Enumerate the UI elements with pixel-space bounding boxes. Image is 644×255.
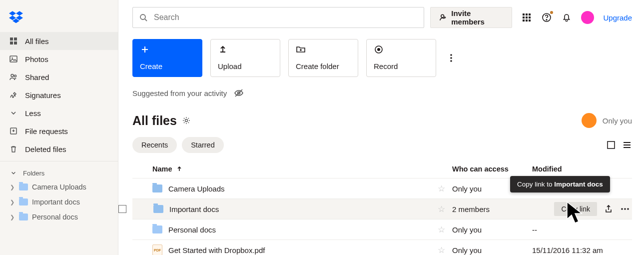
table-row[interactable]: Personal docs ☆ Only you -- — [132, 219, 632, 240]
svg-rect-9 — [529, 14, 531, 16]
star-icon[interactable]: ☆ — [438, 204, 445, 214]
sidebar-item-photos[interactable]: Photos — [0, 50, 118, 68]
svg-rect-8 — [526, 14, 528, 16]
svg-rect-10 — [523, 16, 525, 18]
avatar[interactable] — [581, 11, 594, 24]
card-label: Create — [140, 62, 195, 70]
create-folder-button[interactable]: Create folder — [288, 39, 358, 77]
member-avatar[interactable] — [582, 113, 597, 128]
svg-rect-14 — [526, 20, 528, 22]
svg-point-17 — [547, 20, 548, 20]
signature-icon — [9, 90, 18, 100]
upload-button[interactable]: Upload — [210, 39, 280, 77]
invite-members-button[interactable]: Invite members — [430, 7, 512, 28]
tree-item-important-docs[interactable]: ❯ Important docs — [0, 194, 118, 210]
tree-item-personal-docs[interactable]: ❯ Personal docs — [0, 210, 118, 224]
chevron-right-icon: ❯ — [9, 199, 15, 206]
star-icon[interactable]: ☆ — [438, 245, 445, 256]
svg-point-3 — [14, 75, 16, 77]
folder-icon — [153, 205, 163, 213]
upload-icon — [218, 44, 228, 54]
more-icon[interactable] — [620, 204, 630, 214]
more-actions-button[interactable] — [446, 53, 456, 63]
row-name: Personal docs — [168, 226, 216, 234]
sidebar-item-label: Deleted files — [25, 145, 66, 154]
upgrade-link[interactable]: Upgrade — [603, 14, 632, 22]
folders-heading: Folders — [23, 170, 44, 177]
help-icon[interactable] — [541, 12, 552, 23]
svg-point-27 — [624, 208, 626, 210]
sidebar: All files Photos Shared Signatures Less … — [0, 0, 118, 255]
gear-icon[interactable] — [182, 116, 191, 125]
tree-item-label: Personal docs — [32, 213, 78, 221]
svg-point-1 — [11, 58, 12, 58]
sidebar-folders-toggle[interactable]: Folders — [0, 164, 118, 180]
svg-rect-0 — [10, 56, 17, 62]
star-icon[interactable]: ☆ — [438, 224, 445, 235]
svg-rect-25 — [608, 142, 615, 148]
sidebar-item-deleted[interactable]: Deleted files — [0, 140, 118, 158]
record-button[interactable]: Record — [366, 39, 436, 77]
svg-point-28 — [627, 208, 629, 210]
dropbox-logo[interactable] — [0, 0, 118, 32]
trash-icon — [9, 144, 18, 154]
row-name: Get Started with Dropbox.pdf — [168, 246, 265, 254]
sidebar-item-label: Shared — [25, 73, 49, 82]
cursor-icon — [566, 201, 586, 226]
svg-point-22 — [450, 60, 452, 62]
pill-recents[interactable]: Recents — [132, 137, 177, 153]
sidebar-item-label: Photos — [25, 55, 48, 64]
search-field[interactable] — [153, 12, 418, 22]
row-modified: -- — [532, 226, 632, 234]
apps-grid-icon[interactable] — [521, 12, 532, 23]
filter-row: Recents Starred — [132, 137, 632, 153]
create-button[interactable]: Create — [132, 39, 202, 77]
row-name: Important docs — [169, 205, 219, 214]
folder-icon — [19, 214, 28, 220]
svg-rect-12 — [529, 16, 531, 18]
sidebar-item-file-requests[interactable]: File requests — [0, 122, 118, 140]
tooltip: Copy link to Important docs — [510, 176, 610, 192]
chevron-right-icon: ❯ — [9, 184, 15, 190]
suggested-label: Suggested from your activity — [132, 89, 227, 98]
table-row[interactable]: Important docs ☆ 2 members Copy link — [132, 198, 632, 219]
view-list-icon[interactable] — [622, 140, 632, 150]
folder-plus-icon — [296, 44, 306, 54]
search-icon — [139, 13, 148, 22]
search-input[interactable] — [132, 7, 424, 28]
column-name[interactable]: Name — [152, 165, 172, 173]
sidebar-item-label: Signatures — [25, 91, 61, 100]
share-icon[interactable] — [604, 204, 613, 214]
column-access[interactable]: Who can access — [452, 165, 509, 173]
sidebar-item-signatures[interactable]: Signatures — [0, 86, 118, 104]
hide-icon[interactable] — [234, 88, 244, 98]
card-label: Create folder — [296, 62, 351, 70]
action-cards: Create Upload Create folder Record — [132, 39, 632, 77]
row-checkbox[interactable] — [118, 205, 126, 213]
chevron-down-icon — [9, 168, 18, 178]
star-icon[interactable]: ☆ — [438, 184, 445, 194]
invite-label: Invite members — [451, 9, 504, 26]
sidebar-item-label: File requests — [25, 127, 68, 136]
sort-asc-icon[interactable] — [176, 166, 182, 172]
card-label: Upload — [218, 62, 273, 70]
svg-point-26 — [621, 208, 623, 210]
tooltip-target: Important docs — [554, 180, 603, 188]
sidebar-item-shared[interactable]: Shared — [0, 68, 118, 86]
bell-icon[interactable] — [561, 12, 572, 23]
record-icon — [374, 44, 384, 54]
svg-rect-15 — [529, 20, 531, 22]
inbox-icon — [9, 126, 18, 136]
table-row[interactable]: PDF Get Started with Dropbox.pdf ☆ Only … — [132, 240, 632, 255]
view-large-icon[interactable] — [606, 140, 616, 150]
column-modified[interactable]: Modified — [532, 165, 562, 173]
pill-starred[interactable]: Starred — [182, 137, 224, 153]
svg-point-5 — [140, 14, 145, 20]
sidebar-item-less[interactable]: Less — [0, 104, 118, 122]
divider — [0, 161, 118, 162]
row-access: Only you — [452, 226, 532, 234]
top-row: Invite members Upgrade — [132, 7, 632, 28]
tree-item-camera-uploads[interactable]: ❯ Camera Uploads — [0, 180, 118, 194]
sidebar-item-all-files[interactable]: All files — [0, 32, 118, 50]
sidebar-item-label: Less — [25, 109, 41, 118]
